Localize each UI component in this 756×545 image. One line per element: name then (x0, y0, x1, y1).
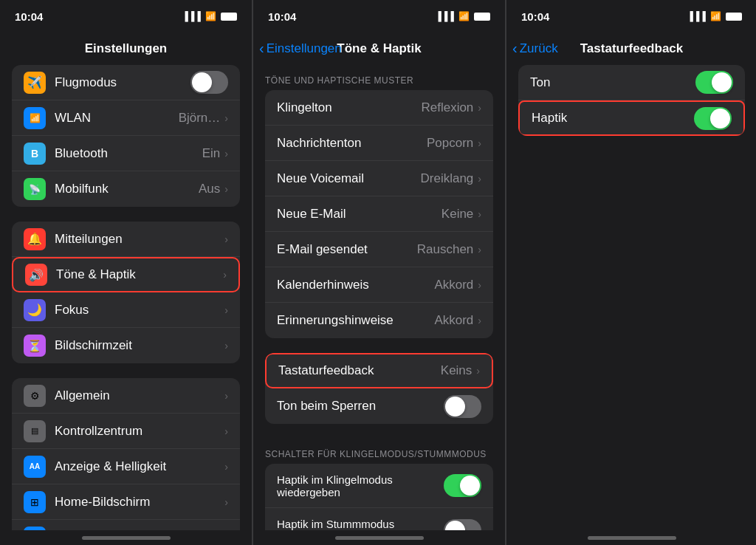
panel-settings: 10:04 ▐▐▐ 📶 66 Einstellungen ✈️ Flugmodu… (0, 0, 252, 545)
wlan-label: WLAN (55, 111, 179, 126)
ton-label: Ton (530, 75, 695, 90)
haptik-stumm-toggle[interactable] (444, 519, 481, 531)
anzeige-icon: AA (24, 456, 46, 478)
nav-bar-2: ‹ Einstellungen Töne & Haptik (253, 32, 505, 65)
mobilfunk-value: Aus (199, 182, 220, 196)
nav-back-3[interactable]: ‹ Zurück (512, 41, 558, 57)
voicemail-chevron: › (478, 173, 481, 185)
section-header-tones: TÖNE UND HAPTISCHE MUSTER (265, 65, 493, 90)
fokus-chevron: › (224, 304, 228, 316)
home-bar-3 (588, 536, 676, 540)
item-nachrichtenton[interactable]: Nachrichtenton Popcorn › (265, 126, 493, 161)
item-ton[interactable]: Ton (518, 65, 745, 100)
kontrollzentrum-icon: ▤ (24, 420, 46, 442)
tastaturfeedback-chevron: › (476, 365, 480, 377)
section-header-schalter: SCHALTER FÜR KLINGELMODUS/STUMMMODUS (265, 439, 493, 464)
haptik-stumm-label: Haptik im Stummmodus wiedergeben (277, 518, 444, 530)
erinnerung-value: Akkord (434, 313, 473, 328)
item-haptik-klingel[interactable]: Haptik im Klingelmodus wiedergeben (265, 464, 493, 508)
item-voicemail[interactable]: Neue Voicemail Dreiklang › (265, 161, 493, 196)
kontrollzentrum-chevron: › (224, 425, 228, 437)
settings-list-1: ✈️ Flugmodus 📶 WLAN Björn… › B Bluetooth… (0, 65, 252, 530)
wifi-icon-3: 📶 (710, 11, 721, 21)
item-wlan[interactable]: 📶 WLAN Björn… › (12, 100, 240, 136)
home-indicator-3 (506, 530, 756, 545)
email-chevron: › (478, 208, 481, 220)
mitteilungen-icon: 🔔 (24, 228, 46, 250)
back-label-3: Zurück (520, 41, 558, 56)
item-tastaturfeedback[interactable]: Tastaturfeedback Keins › (265, 353, 493, 388)
item-bedienung[interactable]: ♿ Bedienungshilfen › (12, 520, 240, 530)
flugmodus-knob (192, 72, 212, 92)
nav-bar-1: Einstellungen (0, 32, 252, 65)
home-icon: ⊞ (24, 491, 46, 513)
item-haptik-p3[interactable]: Haptik (518, 100, 745, 136)
keyboard-feedback-section: Ton Haptik (518, 65, 745, 136)
item-mitteilungen[interactable]: 🔔 Mitteilungen › (12, 222, 240, 257)
ton-toggle[interactable] (695, 71, 733, 94)
signal-icon-2: ▐▐▐ (435, 11, 454, 21)
ton-sperren-label: Ton beim Sperren (277, 399, 444, 414)
nav-bar-3: ‹ Zurück Tastaturfeedback (506, 32, 756, 65)
home-indicator-2 (253, 530, 505, 545)
klingelton-label: Klingelton (277, 100, 421, 115)
item-mobilfunk[interactable]: 📡 Mobilfunk Aus › (12, 171, 240, 207)
settings-group-2: 🔔 Mitteilungen › 🔊 Töne & Haptik › 🌙 Fok… (12, 222, 240, 363)
voicemail-label: Neue Voicemail (277, 171, 421, 186)
item-flugmodus[interactable]: ✈️ Flugmodus (12, 65, 240, 100)
item-anzeige[interactable]: AA Anzeige & Helligkeit › (12, 449, 240, 484)
keyboard-section: Tastaturfeedback Keins › Ton beim Sperre… (265, 353, 493, 424)
status-time-3: 10:04 (521, 10, 549, 23)
home-indicator-1 (0, 530, 252, 545)
wifi-icon-1: 📶 (205, 11, 216, 21)
nav-title-1: Einstellungen (85, 41, 167, 56)
item-kontrollzentrum[interactable]: ▤ Kontrollzentrum › (12, 414, 240, 449)
haptik-p3-label: Haptik (532, 111, 694, 126)
item-email[interactable]: Neue E-Mail Keine › (265, 196, 493, 232)
haptik-p3-knob (710, 109, 730, 128)
wlan-value: Björn… (179, 111, 221, 126)
scroll-content-1: ✈️ Flugmodus 📶 WLAN Björn… › B Bluetooth… (0, 65, 252, 530)
mitteilungen-chevron: › (224, 233, 228, 245)
item-erinnerung[interactable]: Erinnerungshinweise Akkord › (265, 303, 493, 338)
fokus-label: Fokus (55, 303, 224, 318)
anzeige-label: Anzeige & Helligkeit (55, 459, 224, 474)
settings-group-3: ⚙ Allgemein › ▤ Kontrollzentrum › AA Anz… (12, 378, 240, 530)
item-ton-sperren[interactable]: Ton beim Sperren (265, 388, 493, 424)
battery-3: 66 (726, 13, 742, 21)
item-toene[interactable]: 🔊 Töne & Haptik › (12, 257, 240, 292)
ton-sperren-toggle[interactable] (444, 395, 481, 418)
mobilfunk-icon: 📡 (24, 178, 46, 200)
mobilfunk-chevron: › (224, 183, 228, 195)
item-home[interactable]: ⊞ Home-Bildschirm › (12, 484, 240, 520)
bedienung-label: Bedienungshilfen (55, 530, 224, 531)
anzeige-chevron: › (224, 461, 228, 473)
haptik-p3-toggle[interactable] (694, 107, 732, 130)
email-value: Keine (441, 207, 473, 222)
email-gesendet-chevron: › (478, 244, 481, 256)
item-bildschirmzeit[interactable]: ⏳ Bildschirmzeit › (12, 328, 240, 363)
voicemail-value: Dreiklang (421, 171, 474, 186)
wlan-icon: 📶 (24, 107, 46, 129)
ton-sperren-knob (445, 397, 465, 417)
haptik-klingel-toggle[interactable] (444, 474, 481, 497)
item-kalender[interactable]: Kalenderhinweis Akkord › (265, 267, 493, 303)
item-fokus[interactable]: 🌙 Fokus › (12, 292, 240, 328)
tastaturfeedback-label: Tastaturfeedback (278, 363, 441, 378)
nav-back-2[interactable]: ‹ Einstellungen (259, 41, 342, 57)
scroll-content-2: TÖNE UND HAPTISCHE MUSTER Klingelton Ref… (253, 65, 505, 530)
tastaturfeedback-value: Keins (441, 363, 472, 378)
item-haptik-stumm[interactable]: Haptik im Stummmodus wiedergeben (265, 508, 493, 530)
item-bluetooth[interactable]: B Bluetooth Ein › (12, 136, 240, 171)
bluetooth-label: Bluetooth (55, 146, 202, 161)
panel-toene: 10:04 ▐▐▐ 📶 66 ‹ Einstellungen Töne & Ha… (253, 0, 506, 545)
item-klingelton[interactable]: Klingelton Reflexion › (265, 90, 493, 126)
flugmodus-toggle[interactable] (190, 71, 228, 94)
signal-icon-3: ▐▐▐ (687, 11, 706, 21)
bluetooth-icon: B (24, 143, 46, 165)
back-chevron-2: ‹ (259, 40, 264, 57)
nachrichtenton-chevron: › (478, 137, 481, 149)
item-email-gesendet[interactable]: E-Mail gesendet Rauschen › (265, 232, 493, 267)
item-allgemein[interactable]: ⚙ Allgemein › (12, 378, 240, 414)
home-bar-2 (335, 536, 424, 540)
